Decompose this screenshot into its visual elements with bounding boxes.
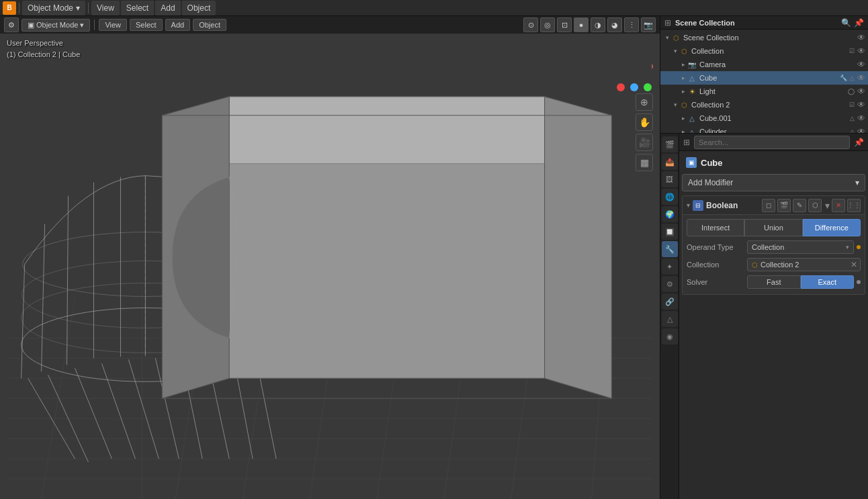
menu-select[interactable]: Select [121,1,154,15]
viewport-view-btn[interactable]: View [99,19,127,31]
props-icon-render[interactable]: 🎬 [662,136,678,152]
viewport-shading-extra[interactable]: ⋮ [624,17,639,32]
mode-dropdown[interactable]: Object Mode ▾ [22,1,85,15]
visibility-icon-cylinder[interactable]: 👁 [857,127,865,134]
viewport-gizmo-toggle[interactable]: ⊙ [523,17,538,32]
props-icon-object[interactable]: 🔲 [662,224,678,240]
difference-button[interactable]: Difference [803,219,861,236]
menu-add[interactable]: Add [155,1,180,15]
modifier-mode-cage[interactable]: ⬡ [808,199,822,212]
visibility-icon-camera[interactable]: 👁 [857,60,865,69]
modifier-type-icon: ⊟ [693,200,703,211]
collection-clear-button[interactable]: ✕ [851,260,857,269]
outliner-item-collection2[interactable]: ▾ ⬡ Collection 2 ☑ 👁 [660,98,868,111]
viewport-add-btn[interactable]: Add [165,19,191,31]
outliner-item-cube001[interactable]: ▸ △ Cube.001 △ 👁 [660,111,868,125]
operand-type-dot [857,245,861,249]
viewport-select-btn[interactable]: Select [130,19,163,31]
outliner-item-light[interactable]: ▸ ☀ Light ◯ 👁 [660,85,868,98]
modifier-extra-menu[interactable]: ⋮⋮ [847,199,861,212]
svg-marker-55 [229,164,544,379]
outliner-item-collection[interactable]: ▾ ⬡ Collection ☑ 👁 [660,44,868,58]
expand-arrow: ▸ [679,74,687,82]
viewport-info: User Perspective (1) Collection 2 | Cube [7,38,80,60]
modifier-actions: ◻ 🎬 ✎ ⬡ ▾ ✕ ⋮⋮ [762,199,861,212]
visibility-icon-scene[interactable]: 👁 [857,33,865,42]
toolbar-render[interactable]: ▦ [636,154,653,171]
menu-view[interactable]: View [91,1,120,15]
props-icon-world[interactable]: 🌍 [662,206,678,222]
modifier-expand-toggle[interactable]: ▾ [687,201,690,209]
props-icon-constraints[interactable]: 🔗 [662,293,678,310]
expand-arrow: ▾ [663,34,671,42]
solver-exact-button[interactable]: Exact [801,275,855,289]
collection2-checkbox[interactable]: ☑ [849,101,855,108]
viewport-camera-toggle[interactable]: 📷 [641,17,656,32]
outliner-item-camera[interactable]: ▸ 📷 Camera 👁 [660,58,868,71]
outliner-item-scene-collection[interactable]: ▾ ⬡ Scene Collection 👁 [660,31,868,44]
pin-icon[interactable]: 📌 [854,138,864,147]
object-name-row: ▣ Cube [682,154,865,171]
properties-search-input[interactable] [694,136,850,149]
props-icon-view-layer[interactable]: 🖼 [662,171,678,187]
expand-arrow: ▾ [671,47,679,55]
viewport-overlay-toggle[interactable]: ◎ [540,17,555,32]
props-header-icon: ⊞ [683,138,690,147]
toolbar-camera[interactable]: 🎥 [636,134,653,151]
props-icon-scene[interactable]: 🌐 [662,189,678,205]
operand-type-dropdown[interactable]: Collection ▾ [747,240,854,254]
outliner-pin-icon[interactable]: 📌 [854,18,864,28]
gizmo-dot-blue [630,83,638,91]
props-icon-output[interactable]: 📤 [662,154,678,170]
props-icon-modifier[interactable]: 🔧 [662,241,678,257]
union-button[interactable]: Union [744,219,802,236]
cylinder-icon: △ [687,127,697,134]
viewport-shading-solid[interactable]: ● [574,17,589,32]
viewport-mode-btn[interactable]: ▣ Object Mode ▾ [21,19,90,32]
object-type-icon: ▣ [686,157,697,168]
collection-value-field[interactable]: ⬡ Collection 2 ✕ [747,258,861,271]
solver-fast-button[interactable]: Fast [747,275,801,289]
cube001-icon: △ [687,114,697,123]
svg-marker-52 [229,97,544,164]
visibility-icon-collection2[interactable]: 👁 [857,100,865,109]
viewport-menu-icon[interactable]: ⚙ [4,17,19,32]
props-icon-physics[interactable]: ⚙ [662,276,678,292]
solver-dot [857,280,861,284]
outliner-filter-icon[interactable]: 🔍 [841,18,851,28]
modifier-mode-editmode[interactable]: ✎ [793,199,806,212]
expand-arrow: ▸ [679,87,687,95]
viewport-shading-material[interactable]: ◑ [591,17,605,32]
toolbar-move[interactable]: ✋ [636,114,653,131]
outliner-item-cube[interactable]: ▸ △ Cube 🔧 △ 👁 [660,71,868,85]
collection-checkbox[interactable]: ☑ [849,48,855,54]
add-modifier-button[interactable]: Add Modifier ▾ [682,174,865,191]
cube001-filter-icon: △ [850,115,855,122]
visibility-icon-light[interactable]: 👁 [857,87,865,96]
collection-type-icon: ⬡ [752,261,758,269]
collection-value-text: Collection 2 [761,261,799,269]
viewport-xray-toggle[interactable]: ⊡ [557,17,572,32]
outliner-item-cylinder[interactable]: ▸ △ Cylinder △ 👁 [660,125,868,134]
visibility-icon-cube001[interactable]: 👁 [857,114,865,123]
props-icon-particles[interactable]: ✦ [662,259,678,275]
camera-label: Camera [699,60,857,69]
props-icon-data[interactable]: △ [662,311,678,327]
modifier-more-options[interactable]: ▾ [825,200,830,211]
modifier-header: ▾ ⊟ Boolean ◻ 🎬 ✎ ⬡ ▾ ✕ ⋮⋮ [683,196,865,215]
intersect-button[interactable]: Intersect [687,219,744,236]
viewport[interactable]: ⚙ ▣ Object Mode ▾ View Select Add Object… [0,16,660,499]
collection2-icon: ⬡ [679,100,689,109]
visibility-icon-collection[interactable]: 👁 [857,46,865,56]
menu-object[interactable]: Object [182,1,216,15]
visibility-icon-cube[interactable]: 👁 [857,73,865,83]
toolbar-cursor[interactable]: ⊕ [636,93,653,111]
viewport-object-btn[interactable]: Object [193,19,226,31]
modifier-delete[interactable]: ✕ [832,199,845,212]
outliner-header: ⊞ Scene Collection 🔍 📌 [660,16,868,30]
modifier-mode-realtime[interactable]: ◻ [762,199,775,212]
props-icon-material[interactable]: ◉ [662,328,678,345]
outliner-icon: ⊞ [664,18,671,28]
modifier-mode-render[interactable]: 🎬 [777,199,791,212]
viewport-shading-render[interactable]: ◕ [607,17,622,32]
